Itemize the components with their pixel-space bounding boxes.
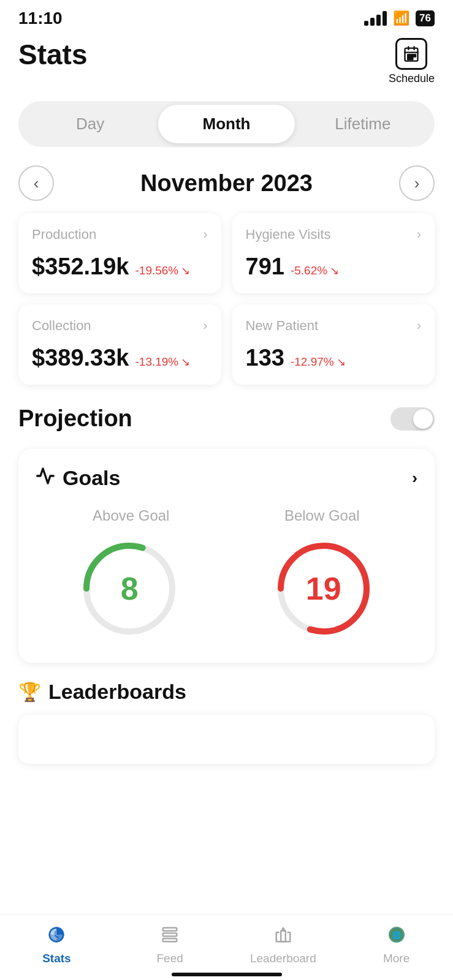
nav-item-more[interactable]: 🌐 More [360, 925, 433, 965]
svg-rect-13 [163, 928, 177, 931]
svg-rect-8 [411, 58, 413, 60]
svg-rect-5 [411, 55, 413, 57]
projection-title: Projection [18, 405, 132, 432]
stat-value-hygiene-visits: 791 [246, 254, 284, 280]
bottom-nav: Stats Feed Leaderboard [0, 914, 453, 980]
svg-rect-15 [163, 938, 177, 941]
nav-item-stats[interactable]: Stats [20, 925, 93, 965]
above-goal-value: 8 [121, 570, 139, 607]
nav-label-more: More [383, 952, 409, 965]
stat-arrow-collection: › [203, 318, 207, 334]
goals-circles: 8 19 [36, 537, 417, 641]
svg-rect-4 [408, 55, 411, 57]
svg-rect-16 [281, 931, 286, 942]
svg-rect-14 [163, 933, 177, 937]
stat-change-production: -19.56% ↘ [135, 264, 191, 277]
stat-label-production: Production [32, 227, 96, 243]
tab-switcher: Day Month Lifetime [18, 101, 435, 147]
status-bar: 11:10 📶 76 [0, 0, 453, 32]
goals-header: Goals › [36, 466, 417, 490]
below-goal-label: Below Goal [227, 507, 418, 524]
goals-card: Goals › Above Goal Below Goal 8 [18, 449, 435, 663]
leaderboards-title: Leaderboards [48, 680, 186, 704]
leaderboards-card[interactable] [18, 715, 435, 764]
goals-title: Goals [63, 466, 120, 490]
above-goal-label: Above Goal [36, 507, 227, 524]
stat-value-production: $352.19k [32, 254, 129, 280]
schedule-button[interactable]: Schedule [389, 38, 435, 85]
tab-day[interactable]: Day [22, 105, 158, 143]
leaderboards-section: 🏆 Leaderboards [0, 680, 453, 776]
goals-title-row: Goals [36, 466, 120, 490]
stat-arrow-production: › [203, 227, 207, 243]
prev-month-button[interactable]: ‹ [18, 165, 54, 201]
stat-arrow-new-patient: › [417, 318, 421, 334]
signal-icon [364, 11, 387, 26]
above-goal-circle: 8 [77, 537, 181, 641]
nav-label-feed: Feed [156, 952, 183, 965]
current-month: November 2023 [140, 170, 313, 197]
goals-chart-icon [36, 466, 55, 490]
svg-text:🌐: 🌐 [392, 930, 401, 940]
nav-label-leaderboard: Leaderboard [250, 952, 316, 965]
svg-rect-7 [408, 58, 411, 60]
stat-value-collection: $389.33k [32, 345, 129, 371]
stat-label-hygiene-visits: Hygiene Visits [246, 227, 331, 243]
calendar-icon [395, 38, 427, 70]
home-indicator [172, 973, 282, 976]
month-navigator: ‹ November 2023 › [0, 159, 453, 213]
nav-label-stats: Stats [42, 952, 70, 965]
stat-change-hygiene-visits: -5.62% ↘ [291, 264, 339, 277]
stat-change-collection: -13.19% ↘ [135, 355, 191, 369]
stats-nav-icon [47, 925, 66, 948]
stat-label-collection: Collection [32, 318, 91, 334]
below-goal-circle: 19 [272, 537, 376, 641]
tab-lifetime[interactable]: Lifetime [295, 105, 431, 143]
schedule-label: Schedule [389, 72, 435, 85]
next-month-button[interactable]: › [399, 165, 435, 201]
stat-change-new-patient: -12.97% ↘ [291, 355, 346, 369]
toggle-knob [413, 409, 433, 429]
stat-value-new-patient: 133 [246, 345, 284, 371]
stat-arrow-hygiene-visits: › [417, 227, 421, 243]
stat-card-new-patient[interactable]: New Patient › 133 -12.97% ↘ [232, 304, 435, 385]
battery-icon: 76 [416, 10, 435, 26]
svg-rect-6 [414, 55, 416, 57]
trophy-icon: 🏆 [18, 681, 41, 703]
projection-toggle[interactable] [390, 407, 435, 431]
wifi-icon: 📶 [393, 10, 409, 26]
tab-month[interactable]: Month [158, 105, 294, 143]
status-right-icons: 📶 76 [364, 10, 435, 26]
stat-card-collection[interactable]: Collection › $389.33k -13.19% ↘ [18, 304, 221, 385]
stat-card-hygiene-visits[interactable]: Hygiene Visits › 791 -5.62% ↘ [232, 213, 435, 293]
nav-item-leaderboard[interactable]: Leaderboard [246, 925, 320, 965]
stats-grid: Production › $352.19k -19.56% ↘ Hygiene … [0, 213, 453, 399]
leaderboard-nav-icon [274, 925, 292, 948]
leaderboards-title-row: 🏆 Leaderboards [18, 680, 435, 704]
stat-label-new-patient: New Patient [246, 318, 319, 334]
below-goal-value: 19 [306, 570, 341, 607]
stat-card-production[interactable]: Production › $352.19k -19.56% ↘ [18, 213, 221, 293]
goals-navigate-button[interactable]: › [412, 469, 417, 488]
projection-row: Projection [0, 399, 453, 449]
status-time: 11:10 [18, 9, 63, 28]
feed-nav-icon [161, 925, 179, 948]
nav-item-feed[interactable]: Feed [133, 925, 207, 965]
goals-labels: Above Goal Below Goal [36, 507, 417, 524]
header: Stats Schedule [0, 32, 453, 95]
more-nav-icon: 🌐 [387, 925, 406, 948]
page-title: Stats [18, 38, 87, 71]
